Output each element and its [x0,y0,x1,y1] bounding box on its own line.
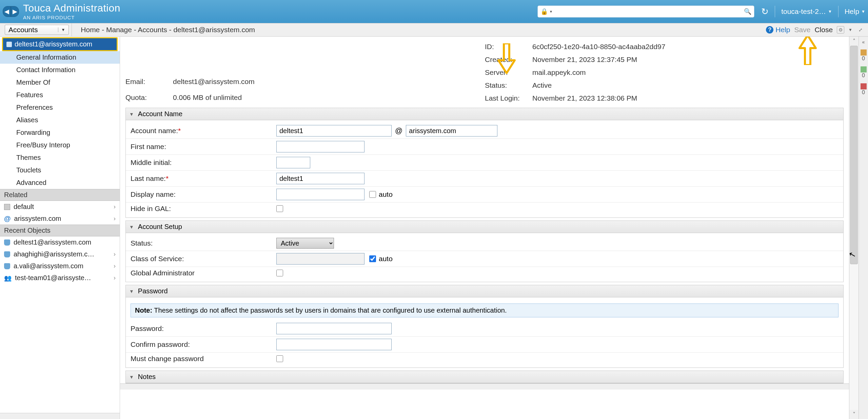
section-dropdown[interactable]: Accounts ▼ [5,25,69,35]
strip-item[interactable]: 0 [861,83,867,96]
middle-initial-input[interactable] [276,157,310,168]
collapse-icon: ▼ [129,111,134,117]
status-label: Status: [485,81,532,89]
domain-input[interactable] [406,125,497,137]
sidebar-item-advanced[interactable]: Advanced [0,176,120,189]
recent-item[interactable]: deltest1@arissystem.com [0,236,120,248]
must-change-label: Must change password [131,355,276,363]
forward-button[interactable]: ▶ [11,6,19,17]
hide-gal-checkbox[interactable] [276,205,283,212]
related-header: Related [0,189,120,201]
scroll-down-icon[interactable]: ˅ [853,410,855,419]
save-button[interactable]: Save [794,26,811,34]
search-icon[interactable]: 🔍 [744,8,751,15]
sidebar-item-free-busy-interop[interactable]: Free/Busy Interop [0,139,120,151]
sidebar-item-forwarding[interactable]: Forwarding [0,126,120,139]
related-item-default[interactable]: default› [0,201,120,213]
status-select-label: Status: [131,239,276,247]
panel-password: ▼Password Note: These settings do not af… [125,285,844,368]
tag-icon [861,66,867,72]
confirm-password-label: Confirm password: [131,340,276,349]
recent-header: Recent Objects [0,225,120,236]
sidebar-nav: General Information Contact Information … [0,51,120,189]
content: Email: deltest1@arissystem.com Quota: 0.… [120,37,859,419]
brand-title: Touca Administration [23,2,120,14]
panel-account-setup: ▼Account Setup Status: Active Class of S… [125,221,844,282]
cos-auto-checkbox[interactable] [369,255,376,262]
last-name-input[interactable] [276,173,364,184]
hide-gal-label: Hide in GAL: [131,205,276,213]
sidebar-status-strip [0,413,120,419]
confirm-password-input[interactable] [276,339,392,350]
section-dropdown-label: Accounts [8,26,38,34]
vertical-scrollbar[interactable]: ˄ ˅ [849,37,859,419]
chevron-right-icon: › [114,203,116,210]
refresh-icon[interactable]: ↻ [761,6,769,17]
panel-header[interactable]: ▼Account Setup [126,221,843,233]
recent-item[interactable]: ahaghighi@arissystem.c…› [0,248,120,260]
server-value: mail.appeyk.com [532,68,844,77]
sidebar-item-contact-information[interactable]: Contact Information [0,64,120,76]
collapse-strip-icon[interactable]: « [862,39,865,45]
back-button[interactable]: ◀ [3,6,11,17]
sidebar-item-preferences[interactable]: Preferences [0,101,120,114]
expand-icon[interactable]: ⤢ [856,27,865,33]
tag-icon [861,49,867,56]
scroll-thumb[interactable] [850,46,858,264]
main: deltest1@arissystem.com General Informat… [0,37,868,419]
sidebar-item-general-information[interactable]: General Information [0,51,120,64]
auto-label: auto [379,255,393,263]
display-name-label: Display name: [131,190,276,198]
password-input[interactable] [276,323,392,334]
gear-icon[interactable]: ⚙ [837,26,844,34]
sidebar-account-header[interactable]: deltest1@arissystem.com [2,37,118,51]
chevron-down-icon[interactable]: ▼ [848,27,852,32]
sidebar-item-member-of[interactable]: Member Of [0,76,120,89]
recent-item[interactable]: 👥test-team01@arissyste…› [0,272,120,284]
user-icon [4,239,10,246]
global-search[interactable]: 🔒 ▾ 🔍 [537,5,754,18]
lastlogin-label: Last Login: [485,94,532,102]
strip-item[interactable]: 0 [861,66,867,79]
password-note: Note: These settings do not affect the p… [131,303,839,317]
sidebar-item-touclets[interactable]: Touclets [0,164,120,176]
strip-item[interactable]: 0 [861,49,867,62]
annotation-arrow-up-icon [797,37,818,67]
display-name-input[interactable] [276,189,364,200]
panel-header[interactable]: ▼Account Name [126,108,843,120]
sidebar-item-aliases[interactable]: Aliases [0,114,120,126]
status-select[interactable]: Active [276,238,334,249]
sidebar-item-features[interactable]: Features [0,89,120,101]
related-list: default› @arissystem.com› [0,201,120,225]
cos-input [276,253,364,265]
must-change-checkbox[interactable] [276,355,283,362]
close-button[interactable]: Close [814,26,833,34]
search-input[interactable] [555,8,744,16]
status-value: Active [532,81,844,89]
panel-header[interactable]: ▼Notes [126,371,843,383]
related-item-domain[interactable]: @arissystem.com› [0,213,120,225]
chevron-down-icon: ▼ [58,27,65,32]
recent-item[interactable]: a.vali@arissystem.com› [0,260,120,272]
scroll-up-icon[interactable]: ˄ [853,37,855,46]
top-right: ↻ touca-test-2… ▼ Help ▼ [761,6,865,17]
page-actions: ?Help Save Close ⚙ ▼ ⤢ [766,26,865,34]
search-scope-dropdown[interactable]: ▾ [550,9,552,14]
help-button[interactable]: ?Help [766,26,790,34]
last-name-label: Last name:* [131,174,276,183]
chevron-right-icon: › [114,215,116,222]
first-name-label: First name: [131,143,276,151]
global-admin-checkbox[interactable] [276,270,283,276]
group-icon: 👥 [4,274,12,282]
chevron-right-icon: › [114,263,116,270]
scroll-track[interactable] [849,46,859,410]
panel-header[interactable]: ▼Password [126,285,843,297]
first-name-input[interactable] [276,141,364,152]
account-name-input[interactable] [276,125,392,137]
display-name-auto-checkbox[interactable] [369,191,376,198]
help-menu[interactable]: Help ▼ [845,7,865,16]
sidebar-item-themes[interactable]: Themes [0,151,120,164]
user-menu[interactable]: touca-test-2… ▼ [781,7,832,16]
chevron-down-icon: ▼ [861,9,865,14]
email-label: Email: [125,78,173,86]
